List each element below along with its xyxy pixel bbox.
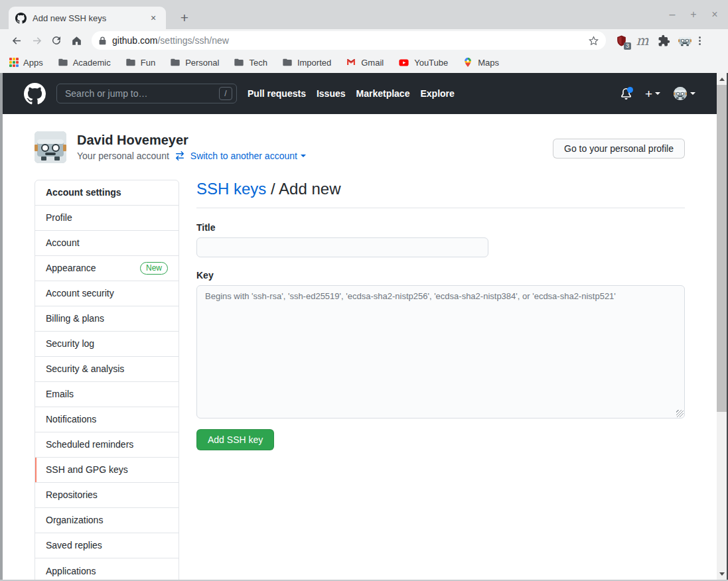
apps-grid-icon xyxy=(9,58,19,67)
resize-handle[interactable] xyxy=(676,410,684,417)
switch-account-link[interactable]: Switch to another account xyxy=(190,151,306,161)
puzzle-icon[interactable] xyxy=(656,33,671,48)
forward-icon[interactable] xyxy=(27,31,46,50)
browser-toolbar: github.com/settings/ssh/new 3 m xyxy=(0,29,728,52)
page-viewport: / Pull requests Issues Marketplace Explo… xyxy=(3,73,717,580)
tab-close-icon[interactable]: × xyxy=(147,12,159,24)
sidebar-item-billing-plans[interactable]: Billing & plans xyxy=(35,306,179,332)
sidebar-item-security-log[interactable]: Security log xyxy=(35,332,179,357)
nav-pull-requests[interactable]: Pull requests xyxy=(248,88,306,99)
address-bar[interactable]: github.com/settings/ssh/new xyxy=(92,31,606,50)
chevron-down-icon xyxy=(301,155,306,157)
github-search: / xyxy=(56,84,237,103)
chevron-down-icon xyxy=(655,92,660,95)
github-nav: Pull requests Issues Marketplace Explore xyxy=(248,88,455,99)
folder-icon xyxy=(170,57,181,68)
bookmark-apps[interactable]: Apps xyxy=(9,58,43,68)
github-favicon-icon xyxy=(15,13,27,24)
github-logo-icon[interactable] xyxy=(24,83,46,105)
go-to-profile-button[interactable]: Go to your personal profile xyxy=(553,139,685,159)
avatar-extension-icon[interactable] xyxy=(678,33,692,48)
sidebar-item-emails[interactable]: Emails xyxy=(35,382,179,407)
scroll-down-icon[interactable] xyxy=(717,568,727,579)
extension-cluster: 3 m xyxy=(614,33,692,48)
sidebar-item-scheduled-reminders[interactable]: Scheduled reminders xyxy=(35,432,179,458)
reload-icon[interactable] xyxy=(46,31,66,50)
gmail-icon xyxy=(346,57,356,68)
bookmark-youtube[interactable]: YouTube xyxy=(398,57,448,68)
breadcrumb-current: / Add new xyxy=(271,180,340,198)
sidebar-header: Account settings xyxy=(35,180,179,206)
url-path: /settings/ssh/new xyxy=(157,35,228,46)
chevron-down-icon xyxy=(690,92,695,95)
sidebar-item-appearance[interactable]: Appearance New xyxy=(35,256,179,281)
sidebar-item-repositories[interactable]: Repositories xyxy=(35,483,179,508)
slash-shortcut-key: / xyxy=(219,87,232,100)
sidebar-item-account[interactable]: Account xyxy=(35,231,179,256)
key-textarea[interactable] xyxy=(196,285,685,419)
nav-explore[interactable]: Explore xyxy=(420,88,454,99)
notifications-bell-icon[interactable] xyxy=(620,88,632,99)
window-minimize-button[interactable]: – xyxy=(667,7,678,23)
add-ssh-key-button[interactable]: Add SSH key xyxy=(196,429,274,450)
new-badge: New xyxy=(140,262,168,275)
browser-menu-icon[interactable] xyxy=(699,36,701,45)
bookmark-folder-fun[interactable]: Fun xyxy=(125,57,155,68)
tab-title: Add new SSH keys xyxy=(33,13,147,23)
bookmark-maps[interactable]: Maps xyxy=(463,57,499,68)
window-maximize-button[interactable]: + xyxy=(688,7,699,23)
new-tab-button[interactable]: + xyxy=(175,9,194,28)
m-extension-icon[interactable]: m xyxy=(635,33,650,48)
ublock-shield-icon[interactable]: 3 xyxy=(614,33,628,48)
lock-icon xyxy=(98,36,107,45)
avatar[interactable] xyxy=(35,131,66,163)
bookmark-folder-tech[interactable]: Tech xyxy=(234,57,267,68)
account-type-label: Your personal account xyxy=(77,151,169,161)
user-avatar-dropdown[interactable] xyxy=(674,87,695,100)
github-header: / Pull requests Issues Marketplace Explo… xyxy=(3,73,717,114)
create-new-dropdown[interactable]: + xyxy=(645,88,660,100)
sidebar-item-profile[interactable]: Profile xyxy=(35,206,179,231)
back-icon[interactable] xyxy=(7,31,27,50)
ssh-keys-breadcrumb-link[interactable]: SSH keys xyxy=(196,180,266,198)
tab-strip: Add new SSH keys × + – + × xyxy=(0,0,728,29)
bookmark-folder-imported[interactable]: Imported xyxy=(282,57,331,68)
title-field-label: Title xyxy=(196,222,685,233)
scroll-up-icon[interactable] xyxy=(717,74,727,84)
bookmark-gmail[interactable]: Gmail xyxy=(346,57,384,68)
search-input[interactable] xyxy=(56,84,237,103)
sidebar-item-saved-replies[interactable]: Saved replies xyxy=(35,533,179,558)
main-content: SSH keys / Add new Title Key Add SSH key xyxy=(196,180,685,450)
unread-notification-dot xyxy=(627,87,633,93)
bookmark-folder-personal[interactable]: Personal xyxy=(170,57,219,68)
folder-icon xyxy=(282,57,293,68)
bookmark-folder-academic[interactable]: Academic xyxy=(58,57,111,68)
sidebar-item-organizations[interactable]: Organizations xyxy=(35,508,179,533)
avatar xyxy=(674,87,687,100)
nav-issues[interactable]: Issues xyxy=(317,88,346,99)
folder-icon xyxy=(58,57,68,68)
sidebar-item-ssh-gpg-keys[interactable]: SSH and GPG keys xyxy=(35,458,179,483)
window-close-button[interactable]: × xyxy=(709,7,720,23)
bookmarks-bar: Apps Academic Fun Personal Tech Imported… xyxy=(0,52,728,73)
profile-header: David Hovemeyer Your personal account Sw… xyxy=(35,131,685,163)
title-input[interactable] xyxy=(196,237,488,257)
home-icon[interactable] xyxy=(66,31,86,50)
sidebar-item-account-security[interactable]: Account security xyxy=(35,281,179,306)
window-controls: – + × xyxy=(667,7,720,23)
bookmark-star-icon[interactable] xyxy=(588,35,599,46)
youtube-icon xyxy=(398,57,409,68)
page-title: SSH keys / Add new xyxy=(196,180,685,208)
scrollbar-thumb[interactable] xyxy=(717,85,727,412)
ublock-badge: 3 xyxy=(624,42,631,50)
folder-icon xyxy=(125,57,136,68)
nav-marketplace[interactable]: Marketplace xyxy=(356,88,410,99)
key-field-label: Key xyxy=(196,270,685,281)
sidebar-item-notifications[interactable]: Notifications xyxy=(35,407,179,432)
browser-window: Add new SSH keys × + – + × github.com/se… xyxy=(0,0,728,581)
page-scrollbar[interactable] xyxy=(717,73,727,580)
window-left-border xyxy=(0,73,3,581)
browser-tab[interactable]: Add new SSH keys × xyxy=(9,7,166,29)
sidebar-item-security-analysis[interactable]: Security & analysis xyxy=(35,357,179,382)
sidebar-item-applications[interactable]: Applications xyxy=(35,558,179,580)
